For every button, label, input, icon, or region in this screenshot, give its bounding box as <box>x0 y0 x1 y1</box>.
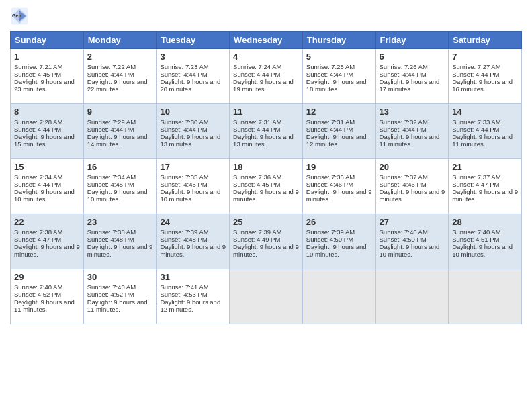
header-row: SundayMondayTuesdayWednesdayThursdayFrid… <box>11 32 522 49</box>
daylight: Daylight: 9 hours and 10 minutes. <box>87 188 148 203</box>
sunset: Sunset: 4:52 PM <box>87 291 134 298</box>
daylight: Daylight: 9 hours and 15 minutes. <box>14 133 75 148</box>
sunset: Sunset: 4:53 PM <box>160 291 207 298</box>
sunrise: Sunrise: 7:30 AM <box>160 118 208 126</box>
sunset: Sunset: 4:48 PM <box>87 236 134 243</box>
sunset: Sunset: 4:48 PM <box>160 236 207 243</box>
day-cell: 19Sunrise: 7:36 AMSunset: 4:46 PMDayligh… <box>302 159 375 214</box>
sunrise: Sunrise: 7:29 AM <box>87 118 136 126</box>
sunrise: Sunrise: 7:39 AM <box>306 228 355 236</box>
day-cell <box>302 269 375 324</box>
week-row-4: 22Sunrise: 7:38 AMSunset: 4:47 PMDayligh… <box>11 214 522 269</box>
daylight: Daylight: 9 hours and 9 minutes. <box>160 243 226 258</box>
sunset: Sunset: 4:44 PM <box>233 126 280 133</box>
sunset: Sunset: 4:44 PM <box>452 71 499 78</box>
sunset: Sunset: 4:47 PM <box>14 236 61 243</box>
day-header-saturday: Saturday <box>449 32 522 49</box>
sunset: Sunset: 4:44 PM <box>87 71 134 78</box>
day-number: 16 <box>87 162 153 172</box>
sunset: Sunset: 4:46 PM <box>306 181 353 188</box>
week-row-1: 1Sunrise: 7:21 AMSunset: 4:45 PMDaylight… <box>11 49 522 104</box>
day-number: 10 <box>160 107 226 117</box>
daylight: Daylight: 9 hours and 10 minutes. <box>380 243 440 258</box>
sunrise: Sunrise: 7:40 AM <box>380 228 428 236</box>
day-number: 21 <box>452 162 518 172</box>
page: Gen SundayMondayTuesdayWednesdayThursday… <box>0 0 532 411</box>
day-cell: 16Sunrise: 7:34 AMSunset: 4:45 PMDayligh… <box>83 159 157 214</box>
sunset: Sunset: 4:52 PM <box>14 291 61 298</box>
svg-text:Gen: Gen <box>12 13 21 18</box>
day-number: 29 <box>14 272 80 282</box>
day-cell: 13Sunrise: 7:32 AMSunset: 4:44 PMDayligh… <box>375 104 449 159</box>
day-cell: 2Sunrise: 7:22 AMSunset: 4:44 PMDaylight… <box>83 49 157 104</box>
day-number: 31 <box>160 272 226 282</box>
day-cell: 5Sunrise: 7:25 AMSunset: 4:44 PMDaylight… <box>302 49 375 104</box>
day-header-friday: Friday <box>375 32 449 49</box>
sunset: Sunset: 4:45 PM <box>233 181 280 188</box>
day-cell: 27Sunrise: 7:40 AMSunset: 4:50 PMDayligh… <box>375 214 449 269</box>
daylight: Daylight: 9 hours and 10 minutes. <box>160 188 220 203</box>
day-number: 27 <box>380 217 445 227</box>
day-cell: 24Sunrise: 7:39 AMSunset: 4:48 PMDayligh… <box>157 214 230 269</box>
daylight: Daylight: 9 hours and 11 minutes. <box>87 298 148 313</box>
sunrise: Sunrise: 7:22 AM <box>87 63 136 71</box>
sunrise: Sunrise: 7:31 AM <box>306 118 355 126</box>
day-number: 6 <box>380 52 445 62</box>
daylight: Daylight: 9 hours and 11 minutes. <box>380 133 440 148</box>
day-cell: 7Sunrise: 7:27 AMSunset: 4:44 PMDaylight… <box>449 49 522 104</box>
daylight: Daylight: 9 hours and 17 minutes. <box>380 78 440 93</box>
daylight: Daylight: 9 hours and 14 minutes. <box>87 133 148 148</box>
sunset: Sunset: 4:44 PM <box>160 71 207 78</box>
day-cell: 29Sunrise: 7:40 AMSunset: 4:52 PMDayligh… <box>11 269 84 324</box>
sunrise: Sunrise: 7:40 AM <box>14 283 62 291</box>
daylight: Daylight: 9 hours and 23 minutes. <box>14 78 75 93</box>
sunrise: Sunrise: 7:28 AM <box>14 118 62 126</box>
day-cell: 30Sunrise: 7:40 AMSunset: 4:52 PMDayligh… <box>83 269 157 324</box>
day-cell: 17Sunrise: 7:35 AMSunset: 4:45 PMDayligh… <box>157 159 230 214</box>
sunrise: Sunrise: 7:34 AM <box>87 173 136 181</box>
day-number: 30 <box>87 272 153 282</box>
day-number: 18 <box>233 162 299 172</box>
day-number: 8 <box>14 107 80 117</box>
day-header-thursday: Thursday <box>302 32 375 49</box>
sunrise: Sunrise: 7:35 AM <box>160 173 208 181</box>
sunrise: Sunrise: 7:21 AM <box>14 63 62 71</box>
day-cell <box>449 269 522 324</box>
day-cell <box>375 269 449 324</box>
day-cell: 9Sunrise: 7:29 AMSunset: 4:44 PMDaylight… <box>83 104 157 159</box>
day-number: 7 <box>452 52 518 62</box>
sunset: Sunset: 4:50 PM <box>380 236 427 243</box>
daylight: Daylight: 9 hours and 10 minutes. <box>306 243 367 258</box>
day-cell <box>230 269 303 324</box>
sunrise: Sunrise: 7:36 AM <box>306 173 355 181</box>
sunrise: Sunrise: 7:23 AM <box>160 63 208 71</box>
sunrise: Sunrise: 7:38 AM <box>87 228 136 236</box>
sunrise: Sunrise: 7:39 AM <box>160 228 208 236</box>
sunrise: Sunrise: 7:26 AM <box>380 63 428 71</box>
sunset: Sunset: 4:44 PM <box>306 126 353 133</box>
day-cell: 15Sunrise: 7:34 AMSunset: 4:44 PMDayligh… <box>11 159 84 214</box>
daylight: Daylight: 9 hours and 9 minutes. <box>233 243 299 258</box>
day-cell: 26Sunrise: 7:39 AMSunset: 4:50 PMDayligh… <box>302 214 375 269</box>
day-cell: 11Sunrise: 7:31 AMSunset: 4:44 PMDayligh… <box>230 104 303 159</box>
day-number: 20 <box>380 162 445 172</box>
sunset: Sunset: 4:44 PM <box>14 181 61 188</box>
daylight: Daylight: 9 hours and 20 minutes. <box>160 78 220 93</box>
sunrise: Sunrise: 7:25 AM <box>306 63 355 71</box>
daylight: Daylight: 9 hours and 11 minutes. <box>452 133 513 148</box>
sunrise: Sunrise: 7:41 AM <box>160 283 208 291</box>
daylight: Daylight: 9 hours and 9 minutes. <box>87 243 153 258</box>
sunrise: Sunrise: 7:24 AM <box>233 63 281 71</box>
daylight: Daylight: 9 hours and 13 minutes. <box>233 133 294 148</box>
day-header-tuesday: Tuesday <box>157 32 230 49</box>
sunset: Sunset: 4:49 PM <box>233 236 280 243</box>
daylight: Daylight: 9 hours and 9 minutes. <box>380 188 445 203</box>
day-number: 28 <box>452 217 518 227</box>
day-cell: 10Sunrise: 7:30 AMSunset: 4:44 PMDayligh… <box>157 104 230 159</box>
sunset: Sunset: 4:44 PM <box>380 126 427 133</box>
sunset: Sunset: 4:44 PM <box>452 126 499 133</box>
sunrise: Sunrise: 7:31 AM <box>233 118 281 126</box>
daylight: Daylight: 9 hours and 22 minutes. <box>87 78 148 93</box>
sunrise: Sunrise: 7:27 AM <box>452 63 500 71</box>
daylight: Daylight: 9 hours and 12 minutes. <box>306 133 367 148</box>
